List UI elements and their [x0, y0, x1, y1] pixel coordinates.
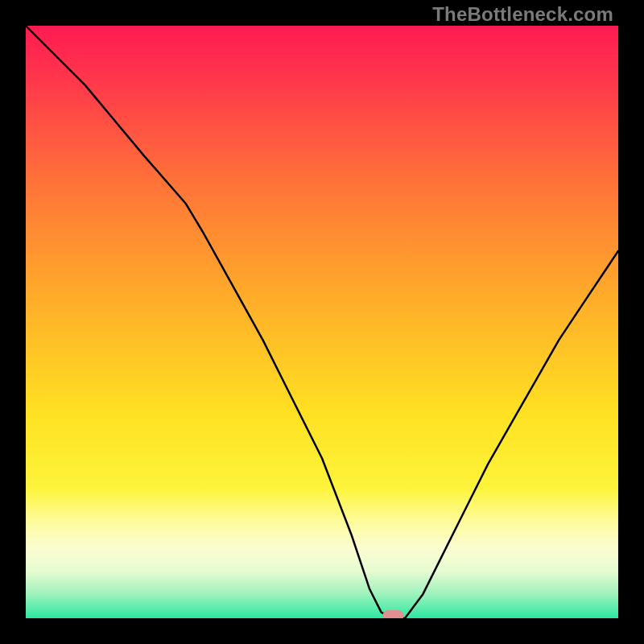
gradient-background: [26, 26, 618, 618]
chart-svg: [26, 26, 618, 618]
chart-plot-area: [26, 26, 618, 618]
optimal-point-marker: [382, 610, 403, 618]
watermark-label: TheBottleneck.com: [432, 3, 613, 26]
